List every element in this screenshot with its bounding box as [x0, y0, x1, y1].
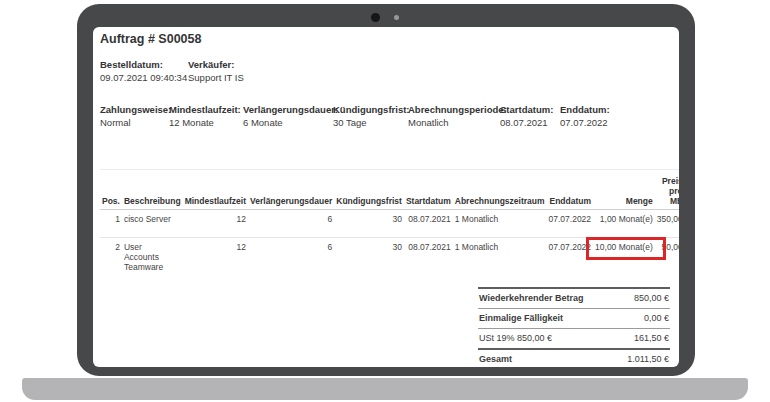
cell-enddatum: 07.07.2022 — [547, 238, 594, 276]
column-header-menge: Menge — [593, 170, 655, 210]
table-row: 2 User Accounts Teamware 12 6 30 08.07.2… — [100, 238, 679, 276]
cell-beschreibung: User Accounts Teamware — [122, 238, 183, 276]
cell-startdatum: 08.07.2021 — [404, 210, 453, 238]
order-lines-table: Pos. Beschreibung Mindestlaufzeit Verlän… — [100, 169, 679, 275]
summary-value: 161,50 € — [634, 333, 669, 344]
order-info-row-2: Zahlungsweise: Normal Mindestlaufzeit: 1… — [100, 103, 670, 129]
menge-einheit: Monat(e) — [619, 214, 653, 224]
column-header-kuendigungsfrist: Kündigungsfrist — [334, 170, 404, 210]
column-header-preis-pro-me: Preis pro ME — [655, 170, 679, 210]
summary-row-einmalige-faelligkeit: Einmalige Fälligkeit 0,00 € — [478, 308, 670, 328]
cell-preis-pro-me: 50,00 — [655, 238, 679, 276]
menge-value: 10,00 — [595, 242, 616, 252]
field-value: 6 Monate — [243, 116, 333, 129]
cell-pos: 1 — [100, 210, 122, 238]
menge-einheit: Monat(e) — [619, 242, 653, 252]
cell-kuendigungsfrist: 30 — [334, 210, 404, 238]
field-value: Monatlich — [408, 116, 500, 129]
column-header-startdatum: Startdatum — [404, 170, 453, 210]
column-header-verlaengerungsdauer: Verlängerungsdauer — [248, 170, 334, 210]
summary-value: 850,00 € — [634, 293, 669, 304]
summary-label: Wiederkehrender Betrag — [479, 293, 583, 304]
menge-value: 1,00 — [600, 214, 617, 224]
summary-label: Gesamt — [479, 354, 512, 365]
laptop-frame: Auftrag # S00058 Bestelldatum: 09.07.202… — [77, 4, 695, 376]
table-row: 1 cisco Server 12 6 30 08.07.2021 1 Mona… — [100, 210, 679, 238]
page-title: Auftrag # S00058 — [100, 31, 670, 47]
cell-verlaengerungsdauer: 6 — [248, 238, 334, 276]
field-label: Kündigungsfrist: — [333, 103, 408, 116]
column-header-enddatum: Enddatum — [547, 170, 594, 210]
cell-mindestlaufzeit: 12 — [183, 238, 248, 276]
cell-enddatum: 07.07.2022 — [547, 210, 594, 238]
table-header-row: Pos. Beschreibung Mindestlaufzeit Verlän… — [100, 170, 679, 210]
description-line: Teamware — [124, 262, 181, 272]
cell-kuendigungsfrist: 30 — [334, 238, 404, 276]
description-line: Accounts — [124, 252, 181, 262]
field-enddatum: Enddatum: 07.07.2022 — [560, 103, 610, 129]
totals-summary: Wiederkehrender Betrag 850,00 € Einmalig… — [478, 287, 670, 367]
cell-verlaengerungsdauer: 6 — [248, 210, 334, 238]
cell-menge-highlighted: 10,00 Monat(e) — [593, 238, 655, 276]
order-info-row-1: Bestelldatum: 09.07.2021 09:40:34 Verkäu… — [100, 58, 670, 84]
cell-startdatum: 08.07.2021 — [404, 238, 453, 276]
order-document: Auftrag # S00058 Bestelldatum: 09.07.202… — [93, 27, 679, 367]
field-label: Mindestlaufzeit: — [169, 103, 243, 116]
field-abrechnungsperiode: Abrechnungsperiode: Monatlich — [408, 103, 500, 129]
field-label: Verkäufer: — [188, 58, 244, 71]
cell-pos: 2 — [100, 238, 122, 276]
cell-mindestlaufzeit: 12 — [183, 210, 248, 238]
field-zahlungsweise: Zahlungsweise: Normal — [100, 103, 169, 129]
field-value: 09.07.2021 09:40:34 — [100, 71, 188, 84]
field-value: Normal — [100, 116, 169, 129]
field-label: Startdatum: — [500, 103, 560, 116]
description-line: User — [124, 242, 181, 252]
field-value: 08.07.2021 — [500, 116, 560, 129]
field-label: Bestelldatum: — [100, 58, 188, 71]
field-verkaeufer: Verkäufer: Support IT IS — [188, 58, 244, 84]
page-background: Auftrag # S00058 Bestelldatum: 09.07.202… — [0, 0, 770, 402]
cell-abrechnungszeitraum: 1 Monatlich — [453, 238, 547, 276]
summary-label: Einmalige Fälligkeit — [479, 313, 563, 324]
cell-beschreibung: cisco Server — [122, 210, 183, 238]
field-value: 07.07.2022 — [560, 116, 610, 129]
cell-abrechnungszeitraum: 1 Monatlich — [453, 210, 547, 238]
field-label: Verlängerungsdauer: — [243, 103, 333, 116]
field-label: Enddatum: — [560, 103, 610, 116]
field-startdatum: Startdatum: 08.07.2021 — [500, 103, 560, 129]
column-header-beschreibung: Beschreibung — [122, 170, 183, 210]
field-bestelldatum: Bestelldatum: 09.07.2021 09:40:34 — [100, 58, 188, 84]
column-header-pos: Pos. — [100, 170, 122, 210]
field-value: Support IT IS — [188, 71, 244, 84]
column-header-abrechnungszeitraum: Abrechnungszeitraum — [453, 170, 547, 210]
field-kuendigungsfrist: Kündigungsfrist: 30 Tage — [333, 103, 408, 129]
laptop-screen: Auftrag # S00058 Bestelldatum: 09.07.202… — [93, 27, 679, 367]
cell-menge: 1,00 Monat(e) — [593, 210, 655, 238]
summary-value: 0,00 € — [644, 313, 669, 324]
field-mindestlaufzeit: Mindestlaufzeit: 12 Monate — [169, 103, 243, 129]
summary-label: USt 19% 850,00 € — [479, 333, 552, 344]
column-header-mindestlaufzeit: Mindestlaufzeit — [183, 170, 248, 210]
laptop-base — [22, 378, 748, 400]
summary-row-gesamt: Gesamt 1.011,50 € — [478, 348, 670, 367]
field-label: Abrechnungsperiode: — [408, 103, 500, 116]
description-line: cisco Server — [124, 214, 181, 224]
summary-row-wiederkehrender-betrag: Wiederkehrender Betrag 850,00 € — [478, 287, 670, 308]
summary-row-ust: USt 19% 850,00 € 161,50 € — [478, 328, 670, 348]
field-value: 30 Tage — [333, 116, 408, 129]
cell-preis-pro-me: 350,00 — [655, 210, 679, 238]
webcam-led-icon — [394, 15, 399, 20]
field-label: Zahlungsweise: — [100, 103, 169, 116]
summary-value: 1.011,50 € — [627, 354, 669, 365]
webcam-icon — [371, 13, 380, 22]
field-verlaengerungsdauer: Verlängerungsdauer: 6 Monate — [243, 103, 333, 129]
field-value: 12 Monate — [169, 116, 243, 129]
